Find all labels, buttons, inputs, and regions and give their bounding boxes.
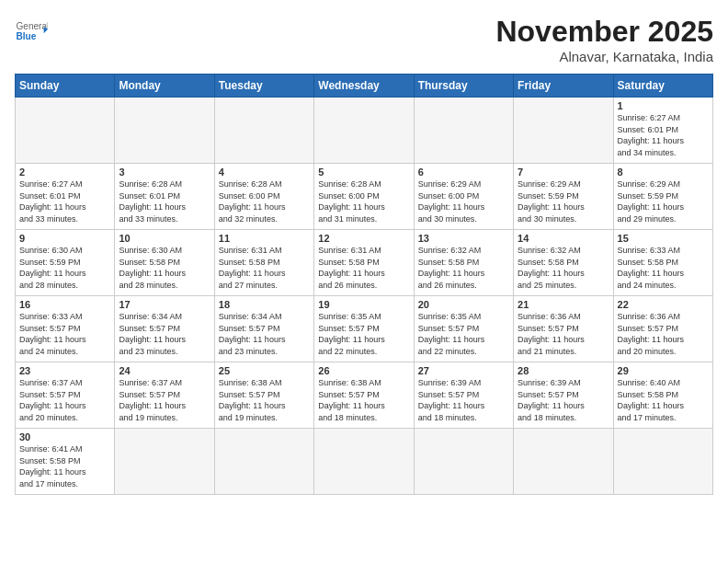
day-cell-14: 14 Sunrise: 6:32 AMSunset: 5:58 PMDaylig… [514,230,613,296]
generalblue-logo-icon: General Blue [15,15,48,48]
day-number: 21 [518,299,609,310]
day-info: Sunrise: 6:38 AMSunset: 5:57 PMDaylight:… [219,377,310,423]
day-number: 22 [618,299,709,310]
empty-cell [115,98,214,164]
day-info: Sunrise: 6:29 AMSunset: 6:00 PMDaylight:… [418,178,509,224]
day-number: 7 [518,167,609,178]
day-cell-19: 19 Sunrise: 6:35 AMSunset: 5:57 PMDaylig… [314,296,414,362]
title-block: November 2025 Alnavar, Karnataka, India [495,15,713,64]
table-row: 30 Sunrise: 6:41 AMSunset: 5:58 PMDaylig… [16,429,713,495]
logo: General Blue [15,15,48,48]
day-number: 16 [19,299,110,310]
table-row: 16 Sunrise: 6:33 AMSunset: 5:57 PMDaylig… [16,296,713,362]
empty-cell [414,429,513,495]
day-cell-2: 2 Sunrise: 6:27 AMSunset: 6:01 PMDayligh… [16,164,115,230]
day-number: 6 [418,167,509,178]
day-cell-20: 20 Sunrise: 6:35 AMSunset: 5:57 PMDaylig… [414,296,513,362]
day-number: 11 [219,233,310,244]
day-cell-30: 30 Sunrise: 6:41 AMSunset: 5:58 PMDaylig… [16,429,115,495]
day-cell-26: 26 Sunrise: 6:38 AMSunset: 5:57 PMDaylig… [314,362,414,429]
day-info: Sunrise: 6:35 AMSunset: 5:57 PMDaylight:… [418,311,509,357]
day-info: Sunrise: 6:37 AMSunset: 5:57 PMDaylight:… [19,377,110,423]
day-info: Sunrise: 6:34 AMSunset: 5:57 PMDaylight:… [119,311,210,357]
day-cell-23: 23 Sunrise: 6:37 AMSunset: 5:57 PMDaylig… [16,362,115,429]
day-info: Sunrise: 6:32 AMSunset: 5:58 PMDaylight:… [418,245,509,291]
day-info: Sunrise: 6:31 AMSunset: 5:58 PMDaylight:… [318,245,409,291]
day-number: 2 [19,167,110,178]
day-number: 25 [219,365,310,376]
header-sunday: Sunday [16,75,115,98]
day-number: 1 [618,100,709,111]
day-cell-13: 13 Sunrise: 6:32 AMSunset: 5:58 PMDaylig… [414,230,513,296]
day-number: 30 [19,431,110,442]
empty-cell [514,98,613,164]
day-number: 3 [119,167,210,178]
day-number: 19 [318,299,409,310]
calendar-table: Sunday Monday Tuesday Wednesday Thursday… [15,74,713,495]
day-info: Sunrise: 6:29 AMSunset: 5:59 PMDaylight:… [618,178,709,224]
empty-cell [314,429,414,495]
day-cell-5: 5 Sunrise: 6:28 AMSunset: 6:00 PMDayligh… [314,164,414,230]
day-info: Sunrise: 6:39 AMSunset: 5:57 PMDaylight:… [518,377,609,423]
day-info: Sunrise: 6:32 AMSunset: 5:58 PMDaylight:… [518,245,609,291]
day-cell-9: 9 Sunrise: 6:30 AMSunset: 5:59 PMDayligh… [16,230,115,296]
day-number: 18 [219,299,310,310]
day-info: Sunrise: 6:28 AMSunset: 6:00 PMDaylight:… [219,178,310,224]
day-cell-27: 27 Sunrise: 6:39 AMSunset: 5:57 PMDaylig… [414,362,513,429]
day-cell-12: 12 Sunrise: 6:31 AMSunset: 5:58 PMDaylig… [314,230,414,296]
day-cell-8: 8 Sunrise: 6:29 AMSunset: 5:59 PMDayligh… [613,164,712,230]
empty-cell [414,98,513,164]
day-number: 9 [19,233,110,244]
header-saturday: Saturday [613,75,712,98]
empty-cell [16,98,115,164]
table-row: 23 Sunrise: 6:37 AMSunset: 5:57 PMDaylig… [16,362,713,429]
day-info: Sunrise: 6:29 AMSunset: 5:59 PMDaylight:… [518,178,609,224]
day-info: Sunrise: 6:35 AMSunset: 5:57 PMDaylight:… [318,311,409,357]
day-number: 4 [219,167,310,178]
day-info: Sunrise: 6:31 AMSunset: 5:58 PMDaylight:… [219,245,310,291]
day-number: 15 [618,233,709,244]
empty-cell [214,98,313,164]
day-info: Sunrise: 6:40 AMSunset: 5:58 PMDaylight:… [618,377,709,423]
day-info: Sunrise: 6:36 AMSunset: 5:57 PMDaylight:… [618,311,709,357]
day-info: Sunrise: 6:28 AMSunset: 6:01 PMDaylight:… [119,178,210,224]
empty-cell [514,429,613,495]
day-info: Sunrise: 6:27 AMSunset: 6:01 PMDaylight:… [618,112,709,158]
day-info: Sunrise: 6:39 AMSunset: 5:57 PMDaylight:… [418,377,509,423]
day-number: 17 [119,299,210,310]
location-title: Alnavar, Karnataka, India [495,49,713,64]
day-cell-18: 18 Sunrise: 6:34 AMSunset: 5:57 PMDaylig… [214,296,313,362]
day-info: Sunrise: 6:38 AMSunset: 5:57 PMDaylight:… [318,377,409,423]
month-title: November 2025 [495,15,713,49]
day-number: 5 [318,167,409,178]
day-cell-29: 29 Sunrise: 6:40 AMSunset: 5:58 PMDaylig… [613,362,712,429]
svg-text:Blue: Blue [16,31,36,41]
empty-cell [115,429,214,495]
header-thursday: Thursday [414,75,513,98]
day-cell-10: 10 Sunrise: 6:30 AMSunset: 5:58 PMDaylig… [115,230,214,296]
table-row: 2 Sunrise: 6:27 AMSunset: 6:01 PMDayligh… [16,164,713,230]
day-cell-15: 15 Sunrise: 6:33 AMSunset: 5:58 PMDaylig… [613,230,712,296]
empty-cell [314,98,414,164]
weekday-header-row: Sunday Monday Tuesday Wednesday Thursday… [16,75,713,98]
day-number: 12 [318,233,409,244]
day-cell-21: 21 Sunrise: 6:36 AMSunset: 5:57 PMDaylig… [514,296,613,362]
day-cell-4: 4 Sunrise: 6:28 AMSunset: 6:00 PMDayligh… [214,164,313,230]
header-monday: Monday [115,75,214,98]
day-cell-3: 3 Sunrise: 6:28 AMSunset: 6:01 PMDayligh… [115,164,214,230]
day-info: Sunrise: 6:27 AMSunset: 6:01 PMDaylight:… [19,178,110,224]
day-number: 8 [618,167,709,178]
day-number: 24 [119,365,210,376]
page-header: General Blue November 2025 Alnavar, Karn… [15,15,713,64]
header-tuesday: Tuesday [214,75,313,98]
day-cell-17: 17 Sunrise: 6:34 AMSunset: 5:57 PMDaylig… [115,296,214,362]
day-cell-6: 6 Sunrise: 6:29 AMSunset: 6:00 PMDayligh… [414,164,513,230]
header-friday: Friday [514,75,613,98]
day-number: 27 [418,365,509,376]
day-cell-16: 16 Sunrise: 6:33 AMSunset: 5:57 PMDaylig… [16,296,115,362]
day-number: 26 [318,365,409,376]
day-cell-7: 7 Sunrise: 6:29 AMSunset: 5:59 PMDayligh… [514,164,613,230]
day-cell-22: 22 Sunrise: 6:36 AMSunset: 5:57 PMDaylig… [613,296,712,362]
day-info: Sunrise: 6:28 AMSunset: 6:00 PMDaylight:… [318,178,409,224]
day-cell-1: 1 Sunrise: 6:27 AMSunset: 6:01 PMDayligh… [613,98,712,164]
